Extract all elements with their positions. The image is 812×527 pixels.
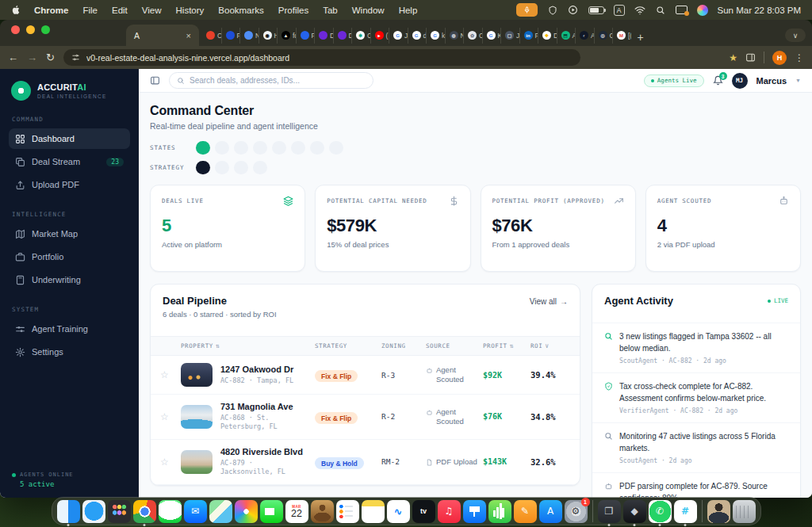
- browser-tab[interactable]: G J: [389, 28, 408, 44]
- state-filter-chip[interactable]: [329, 141, 343, 155]
- vpn-shield-icon[interactable]: [547, 5, 558, 16]
- browser-tab[interactable]: ▸ (: [370, 28, 389, 44]
- browser-tab[interactable]: F: [296, 28, 315, 44]
- siri-icon[interactable]: [697, 5, 708, 16]
- strategy-filter-chip[interactable]: [234, 161, 248, 174]
- active-tab[interactable]: A ×: [126, 25, 199, 46]
- browser-tab[interactable]: F: [221, 28, 240, 44]
- dock-safari[interactable]: [82, 500, 105, 523]
- browser-tab[interactable]: ◎ C: [594, 28, 613, 44]
- column-profit[interactable]: PROFIT⇅: [483, 342, 530, 349]
- dock-calendar[interactable]: MAR 22: [285, 500, 308, 523]
- dock-cube[interactable]: ◆: [623, 500, 646, 523]
- browser-tab[interactable]: D: [314, 28, 333, 44]
- browser-tab[interactable]: M [(: [612, 28, 631, 44]
- menubar-item[interactable]: History: [176, 6, 205, 15]
- sidebar-item-portfolio[interactable]: Portfolio: [9, 246, 130, 267]
- address-bar[interactable]: v0-real-estate-deal-analysis-nine.vercel…: [63, 49, 580, 66]
- dock-reminders[interactable]: [336, 500, 359, 523]
- dock-numbers[interactable]: [488, 500, 511, 523]
- menubar-item[interactable]: Tab: [323, 6, 338, 15]
- column-strategy[interactable]: STRATEGY: [315, 342, 381, 349]
- tab-search-button[interactable]: ∨: [785, 29, 806, 42]
- dock-notes[interactable]: [362, 500, 385, 523]
- wifi-icon[interactable]: [634, 5, 645, 16]
- state-filter-chip[interactable]: [253, 141, 267, 155]
- sidebar-item-agent-training[interactable]: Agent Training: [9, 319, 130, 339]
- notifications-bell[interactable]: 3: [713, 75, 723, 86]
- state-filter-chip[interactable]: [215, 141, 229, 155]
- browser-tab[interactable]: D: [333, 28, 352, 44]
- menubar-item[interactable]: Help: [399, 6, 418, 15]
- browser-tab[interactable]: N: [239, 28, 259, 44]
- dock-keynote[interactable]: [463, 500, 486, 523]
- menubar-item[interactable]: View: [142, 6, 162, 15]
- menubar-item[interactable]: Edit: [112, 6, 128, 15]
- site-permissions-icon[interactable]: [71, 53, 80, 62]
- sidebar-item-dashboard[interactable]: Dashboard: [9, 128, 130, 149]
- browser-tab[interactable]: G K: [482, 28, 501, 44]
- dock-userphoto[interactable]: [707, 500, 730, 523]
- state-filter-chip[interactable]: [234, 141, 248, 155]
- browser-tab[interactable]: in F: [519, 28, 538, 44]
- browser-tab[interactable]: ❖ D: [538, 28, 557, 44]
- brand[interactable]: ACCURITAI DEAL INTELLIGENCE: [9, 79, 130, 102]
- state-filter-chip[interactable]: [291, 141, 305, 155]
- user-name[interactable]: Marcus: [756, 76, 787, 86]
- new-tab-button[interactable]: +: [638, 31, 644, 46]
- dock-slack[interactable]: #: [674, 500, 697, 523]
- screen-mirroring-icon[interactable]: [676, 6, 688, 14]
- menubar-clock[interactable]: Sun Mar 22 8:03 PM: [718, 6, 801, 15]
- sidebar-item-underwriting[interactable]: Underwriting: [9, 269, 130, 290]
- column-source[interactable]: SOURCE: [426, 342, 483, 349]
- browser-tab[interactable]: G d: [408, 28, 427, 44]
- dock-photos[interactable]: [235, 500, 258, 523]
- playback-icon[interactable]: [568, 5, 579, 16]
- activity-item[interactable]: Monitoring 47 active listings across 5 F…: [592, 422, 800, 472]
- close-tab-icon[interactable]: ×: [186, 31, 191, 40]
- browser-tab[interactable]: ◍ N: [445, 28, 464, 44]
- dock-maps[interactable]: [209, 500, 232, 523]
- browser-tab[interactable]: C: [202, 28, 221, 44]
- menubar-item[interactable]: Bookmarks: [218, 6, 264, 15]
- strategy-filter-chip[interactable]: [196, 161, 210, 174]
- mic-recording-indicator[interactable]: [516, 3, 538, 17]
- dock-contacts[interactable]: [311, 500, 334, 523]
- sidebar-toggle-icon[interactable]: [150, 75, 160, 86]
- browser-tab[interactable]: ◐ A: [575, 28, 594, 44]
- browser-tab[interactable]: ✿ C: [463, 28, 482, 44]
- bookmark-star-icon[interactable]: ★: [729, 52, 737, 63]
- sidebar-item-upload-pdf[interactable]: Upload PDF: [9, 174, 130, 195]
- table-row[interactable]: ☆ 1247 Oakwood Dr AC-882 · Tampa, FL Fix…: [151, 356, 580, 395]
- browser-tab[interactable]: G k: [426, 28, 445, 44]
- user-avatar[interactable]: MJ: [732, 73, 748, 89]
- dock-finder[interactable]: [57, 500, 80, 523]
- table-row[interactable]: ☆ 731 Magnolia Ave AC-868 · St. Petersbu…: [151, 395, 580, 440]
- dock-appletv[interactable]: tv: [412, 500, 435, 523]
- battery-icon[interactable]: [588, 6, 604, 14]
- activity-item[interactable]: 3 new listings flagged in Tampa 33602 --…: [592, 323, 800, 372]
- minimize-window-button[interactable]: [26, 25, 35, 34]
- browser-tab[interactable]: ▢ J: [500, 28, 519, 44]
- dock-freeform[interactable]: ∿: [387, 500, 410, 523]
- search-box[interactable]: [169, 72, 373, 89]
- dock-launchpad[interactable]: [108, 500, 131, 523]
- menubar-item[interactable]: Window: [352, 6, 385, 15]
- browser-profile-avatar[interactable]: H: [772, 51, 787, 65]
- dock-sep[interactable]: [592, 500, 593, 522]
- reload-button[interactable]: ↻: [46, 52, 55, 63]
- table-row[interactable]: ☆ 4820 Riverside Blvd AC-879 · Jacksonvi…: [151, 440, 580, 485]
- side-panel-icon[interactable]: [745, 52, 756, 63]
- star-icon[interactable]: ☆: [160, 411, 181, 422]
- user-menu-chevron-icon[interactable]: ▼: [795, 78, 801, 83]
- dock-music[interactable]: ♫: [438, 500, 461, 523]
- dock-appstore[interactable]: A: [539, 500, 562, 523]
- column-property[interactable]: PROPERTY⇅: [181, 342, 315, 349]
- browser-tab[interactable]: ▲ fc: [277, 28, 296, 44]
- column-roi[interactable]: ROI∨: [530, 342, 570, 349]
- browser-tab[interactable]: ✱ C: [351, 28, 370, 44]
- sidebar-item-market-map[interactable]: Market Map: [9, 223, 130, 244]
- star-icon[interactable]: ☆: [160, 369, 181, 380]
- state-filter-chip[interactable]: [272, 141, 286, 155]
- state-filter-chip[interactable]: [310, 141, 324, 155]
